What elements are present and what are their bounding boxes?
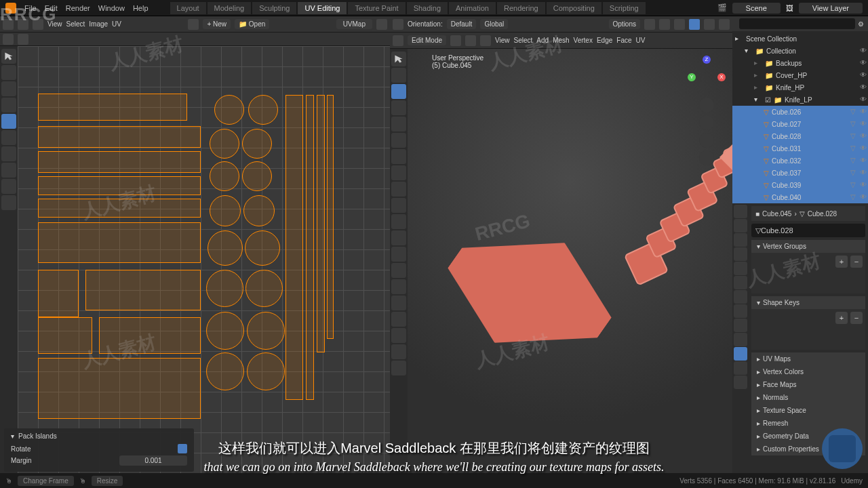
view3d-tool-shear[interactable] [391, 344, 406, 359]
outliner-item[interactable]: ▽Cube.027▽👁 [732, 118, 868, 130]
pack-islands-title[interactable]: ▾Pack Islands [11, 432, 187, 440]
uv-pivot-icon[interactable] [18, 34, 28, 45]
tab-animation[interactable]: Animation [449, 2, 496, 14]
outliner-knife-hp[interactable]: ▸📁Knife_HP👁 [732, 81, 868, 94]
tab-sculpting[interactable]: Sculpting [252, 2, 296, 14]
prop-tab-output[interactable] [734, 219, 747, 232]
prop-tab-object[interactable] [734, 276, 747, 289]
sec-remesh[interactable]: ▸Remesh [751, 417, 865, 430]
view3d-overlay-toggle-icon[interactable] [659, 19, 670, 30]
outliner-item[interactable]: ▽Cube.039▽👁 [732, 179, 868, 191]
sec-texture-space[interactable]: ▸Texture Space [751, 404, 865, 417]
camera-gizmo-icon[interactable] [699, 133, 714, 148]
view3d-menu-select[interactable]: Select [514, 37, 533, 44]
sec-shape-keys[interactable]: ▾Shape Keys [751, 296, 865, 309]
prop-tab-viewlayer[interactable] [734, 233, 747, 247]
view3d-shading-rendered-icon[interactable] [719, 19, 730, 30]
uv-tool-select[interactable] [1, 49, 16, 64]
view3d-tool-scale[interactable] [391, 117, 406, 131]
view3d-mode-icon[interactable] [393, 35, 403, 46]
outliner-collection[interactable]: ▾📁Collection👁 [732, 45, 868, 57]
uv-tool-grab[interactable] [1, 163, 16, 178]
view3d-tool-polybuild[interactable] [391, 263, 406, 278]
tab-rendering[interactable]: Rendering [497, 2, 545, 14]
view3d-menu-view[interactable]: View [495, 37, 510, 44]
axis-x-icon[interactable]: X [717, 73, 726, 81]
nav-gizmo[interactable]: X Y Z [686, 54, 727, 95]
view3d-gizmo-toggle-icon[interactable] [644, 19, 655, 30]
menu-render[interactable]: Render [66, 4, 90, 12]
axis-z-icon[interactable]: Z [703, 56, 711, 64]
view3d-options[interactable]: Options [609, 19, 640, 29]
view3d-tool-transform[interactable] [391, 133, 406, 148]
uv-open-button[interactable]: 📁 Open [235, 19, 269, 29]
pack-rotate-checkbox[interactable] [178, 444, 187, 453]
view3d-menu-vertex[interactable]: Vertex [574, 37, 593, 44]
uv-tool-cursor[interactable] [1, 65, 16, 80]
uv-snap-icon[interactable] [3, 34, 14, 45]
sec-vertex-colors[interactable]: ▸Vertex Colors [751, 365, 865, 378]
view3d-menu-add[interactable]: Add [536, 37, 549, 44]
outliner-scene-collection[interactable]: ▸Scene Collection [732, 33, 868, 45]
view3d-shading-matpreview-icon[interactable] [704, 19, 715, 30]
vg-remove-button[interactable]: − [850, 256, 863, 268]
view3d-shading-solid-icon[interactable] [689, 19, 700, 30]
view3d-menu-edge[interactable]: Edge [597, 37, 612, 44]
prop-tab-physics[interactable] [734, 319, 747, 332]
view3d-menu-mesh[interactable]: Mesh [553, 37, 569, 44]
uv-pin-icon[interactable] [376, 19, 387, 30]
outliner-item[interactable]: ▽Cube.028▽👁 [732, 130, 868, 142]
outliner-knife-lp[interactable]: ▾☑📁Knife_LP👁 [732, 94, 868, 106]
prop-tab-particle[interactable] [734, 304, 747, 318]
sec-normals[interactable]: ▸Normals [751, 391, 865, 404]
sec-face-maps[interactable]: ▸Face Maps [751, 378, 865, 391]
prop-tab-texture[interactable] [734, 375, 747, 389]
view3d-selmode-vert-icon[interactable] [450, 35, 461, 46]
prop-tab-material[interactable] [734, 361, 747, 375]
view3d-menu-face[interactable]: Face [616, 37, 631, 44]
view3d-transform[interactable]: Global [480, 19, 508, 29]
view3d-mode[interactable]: Edit Mode [408, 35, 446, 45]
uv-new-button[interactable]: + New [203, 19, 231, 29]
tab-compositing[interactable]: Compositing [547, 2, 601, 14]
uv-map-name[interactable]: UVMap [336, 19, 372, 29]
prop-tab-scene[interactable] [734, 247, 747, 261]
prop-tab-modifier[interactable] [734, 290, 747, 304]
outliner-backups[interactable]: ▸📁Backups👁 [732, 57, 868, 69]
tab-uv-editing[interactable]: UV Editing [298, 2, 347, 14]
axis-y-icon[interactable]: Y [688, 73, 696, 81]
view3d-tool-inset[interactable] [391, 198, 406, 213]
filter-icon[interactable]: ⚙ [858, 20, 864, 28]
outliner-item[interactable]: ▽Cube.040▽👁 [732, 191, 868, 203]
tab-layout[interactable]: Layout [170, 2, 206, 14]
view3d-tool-shrink[interactable] [391, 328, 406, 343]
outliner-item[interactable]: ▽Cube.026▽👁 [732, 106, 868, 118]
props-object-name[interactable]: ▽ Cube.028 [751, 224, 865, 237]
view3d-tool-spin[interactable] [391, 279, 406, 294]
prop-tab-data[interactable] [734, 347, 747, 361]
vg-add-button[interactable]: + [835, 256, 848, 268]
menu-window[interactable]: Window [98, 4, 125, 12]
outliner-item[interactable]: ▽Cube.037▽👁 [732, 167, 868, 179]
view-layer-selector[interactable]: View Layer [799, 3, 863, 14]
view3d-tool-smooth[interactable] [391, 296, 406, 310]
prop-tab-constraint[interactable] [734, 333, 747, 346]
view3d-menu-uv[interactable]: UV [636, 37, 646, 44]
sk-remove-button[interactable]: − [850, 312, 863, 324]
scene-selector[interactable]: Scene [732, 3, 781, 14]
sec-vertex-groups[interactable]: ▾Vertex Groups [751, 240, 865, 253]
view3d-tool-bevel[interactable] [391, 214, 406, 229]
view3d-shading-wireframe-icon[interactable] [674, 19, 685, 30]
sk-add-button[interactable]: + [835, 312, 848, 324]
view3d-tool-cursor[interactable] [391, 68, 406, 83]
outliner-item[interactable]: ▽Cube.031▽👁 [732, 142, 868, 155]
uv-tool-rotate[interactable] [1, 98, 16, 113]
view3d-selmode-edge-icon[interactable] [465, 35, 476, 46]
pan-gizmo-icon[interactable] [699, 115, 714, 130]
uv-menu-uv[interactable]: UV [112, 20, 121, 28]
view3d-type-icon[interactable] [393, 19, 403, 30]
pack-islands-panel[interactable]: ▾Pack Islands Rotate Margin0.001 [4, 428, 194, 472]
tab-scripting[interactable]: Scripting [603, 2, 646, 14]
outliner-search[interactable] [739, 18, 855, 29]
zoom-gizmo-icon[interactable] [699, 98, 714, 113]
